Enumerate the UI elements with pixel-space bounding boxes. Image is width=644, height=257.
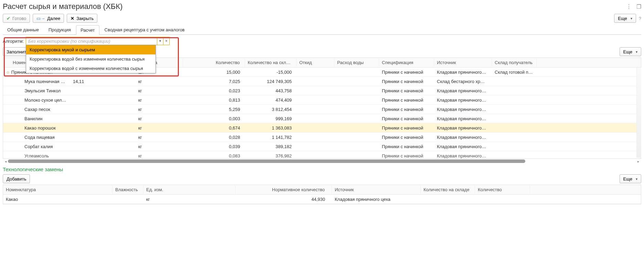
- ready-button-label: Готово: [12, 16, 26, 21]
- col-header[interactable]: Количество на складе: [421, 186, 475, 194]
- cell: [492, 136, 537, 138]
- scroll-left-icon[interactable]: ◂: [5, 160, 7, 163]
- algorithm-dropdown: Корректировка мукой и сырьемКорректировк…: [26, 45, 156, 73]
- cell: [297, 90, 334, 92]
- more-button-table1[interactable]: Еще ▾: [620, 47, 641, 56]
- cell: [492, 90, 537, 92]
- cell: [492, 108, 537, 110]
- col-header[interactable]: Источник: [434, 59, 492, 66]
- cell: Пряники с начинкой: [379, 124, 434, 132]
- cell: Пряники с начинкой: [379, 143, 434, 150]
- cell: [297, 145, 334, 147]
- algo-option-2[interactable]: Корректировка водой с изменением количес…: [26, 64, 155, 73]
- ready-button[interactable]: ✔ Готово: [3, 14, 30, 23]
- tab-0[interactable]: Общие данные: [3, 25, 43, 34]
- cell: 389,182: [245, 143, 297, 150]
- col-header[interactable]: Количество: [475, 186, 530, 194]
- combo-clear-icon[interactable]: ×: [163, 37, 169, 45]
- cell: [70, 90, 136, 92]
- col-header[interactable]: Количество на складе: [245, 59, 297, 66]
- tab-bar: Общие данныеПродукцияРасчетСводная рецеп…: [3, 25, 641, 35]
- col-header[interactable]: Склад получатель: [492, 59, 537, 66]
- cell: Кладовая пряничного…: [434, 134, 492, 141]
- cell: Склад бестарного хр…: [434, 78, 492, 85]
- table-row[interactable]: Углеамсолькг0,083376,982Пряники с начинк…: [3, 151, 641, 158]
- col-header[interactable]: Источник: [332, 186, 421, 194]
- algorithm-combo[interactable]: ▾ ×: [26, 37, 170, 45]
- cell: 999,169: [245, 115, 297, 122]
- cell: Кладовая пряничного…: [434, 96, 492, 104]
- cell: Пряники с начинкой: [379, 152, 434, 158]
- cell: кг: [136, 96, 183, 104]
- cell: Пряники с начинкой: [379, 78, 434, 85]
- chevron-down-icon: ▾: [636, 50, 637, 54]
- tab-2[interactable]: Расчет: [76, 25, 99, 35]
- window-icon[interactable]: ❐: [636, 3, 641, 10]
- cell: Молоко сухое цел…: [3, 96, 70, 104]
- cell: [334, 155, 379, 157]
- vertical-scrollbar[interactable]: [636, 68, 641, 158]
- more-button-table2[interactable]: Еще ▾: [620, 174, 641, 183]
- cell: кг: [136, 87, 183, 94]
- cell: Сода пищевая: [3, 134, 70, 141]
- cell: [421, 198, 475, 200]
- cell: [475, 198, 530, 200]
- col-header[interactable]: Расход воды: [334, 59, 379, 66]
- table-row[interactable]: Какаокг44,930Кладовая пряничного цеха: [3, 195, 641, 204]
- page-title: Расчет сырья и материалов (ХБК): [3, 2, 122, 11]
- algo-option-0[interactable]: Корректировка мукой и сырьем: [26, 45, 155, 54]
- add-button[interactable]: Добавить: [3, 174, 30, 183]
- cell: Пряники с начинкой: [379, 87, 434, 94]
- cell: 5,259: [183, 106, 245, 113]
- col-header[interactable]: Спецификация: [379, 59, 434, 66]
- close-button-label: Закрыть: [76, 16, 94, 21]
- cell: [70, 99, 136, 101]
- cell: Кладовая пряничного…: [434, 69, 492, 76]
- cell: [334, 145, 379, 147]
- next-icon: ▭→: [36, 16, 45, 21]
- table-row[interactable]: Сода пищеваякг0,0281 141,782Пряники с на…: [3, 133, 641, 142]
- more-button-label: Еще: [618, 16, 627, 21]
- cell: Сорбат калия: [3, 143, 70, 150]
- combo-dropdown-icon[interactable]: ▾: [157, 37, 163, 45]
- close-button[interactable]: ✕ Закрыть: [67, 14, 97, 23]
- table-row[interactable]: Эмульсия Тинколкг0,023443,758Пряники с н…: [3, 86, 641, 95]
- col-header[interactable]: Номенклатура: [3, 186, 112, 194]
- table-row[interactable]: Сахар песоккг5,2593 812,454Пряники с нач…: [3, 105, 641, 114]
- next-button[interactable]: ▭→ Далее: [33, 14, 64, 23]
- cell: Мука пшеничная …: [3, 78, 70, 85]
- cell: Склад готовой про…: [492, 69, 537, 76]
- chevron-down-icon: ▾: [631, 17, 632, 20]
- algorithm-label: Алгоритм:: [3, 39, 24, 44]
- horizontal-scrollbar[interactable]: ◂ ▸: [3, 159, 641, 164]
- tab-3[interactable]: Сводная рецептура с учетом аналогов: [100, 25, 189, 34]
- kebab-icon[interactable]: ⋮: [626, 3, 632, 10]
- more-button-label: Еще: [623, 176, 632, 182]
- col-header[interactable]: Ед. изм.: [143, 186, 236, 194]
- cell: 7,025: [183, 78, 245, 85]
- tab-1[interactable]: Продукция: [44, 25, 75, 34]
- cell: 376,982: [245, 152, 297, 158]
- col-header[interactable]: Откид: [297, 59, 334, 66]
- cell: 1 141,782: [245, 134, 297, 141]
- scroll-right-icon[interactable]: ▸: [637, 160, 639, 163]
- cell: [334, 90, 379, 92]
- table-row[interactable]: Молоко сухое цел…кг0,813474,409Пряники с…: [3, 95, 641, 105]
- table-row[interactable]: Ванилинкг0,003999,169Пряники с начинкойК…: [3, 114, 641, 123]
- algorithm-input[interactable]: [26, 37, 157, 45]
- table-row[interactable]: Сорбат калиякг0,039389,182Пряники с начи…: [3, 142, 641, 151]
- col-header[interactable]: Количество: [183, 59, 245, 66]
- help-icon[interactable]: ?: [639, 16, 641, 21]
- more-button-top[interactable]: Еще ▾: [614, 14, 636, 23]
- algo-option-1[interactable]: Корректировка водой без изменения количе…: [26, 54, 155, 64]
- cell: 3 812,454: [245, 106, 297, 113]
- cell: [334, 108, 379, 110]
- scrollbar-track[interactable]: [8, 160, 525, 163]
- col-header[interactable]: Влажность: [112, 186, 143, 194]
- cell: Кладовая пряничного…: [434, 87, 492, 94]
- cell: [492, 99, 537, 101]
- col-header[interactable]: Нормативное количество: [236, 186, 332, 194]
- table-row[interactable]: Мука пшеничная …14,11кг7,025124 749,305П…: [3, 77, 641, 86]
- cell: Углеамсоль: [3, 152, 70, 158]
- table-row[interactable]: Какао порошоккг0,6741 363,083Пряники с н…: [3, 123, 641, 133]
